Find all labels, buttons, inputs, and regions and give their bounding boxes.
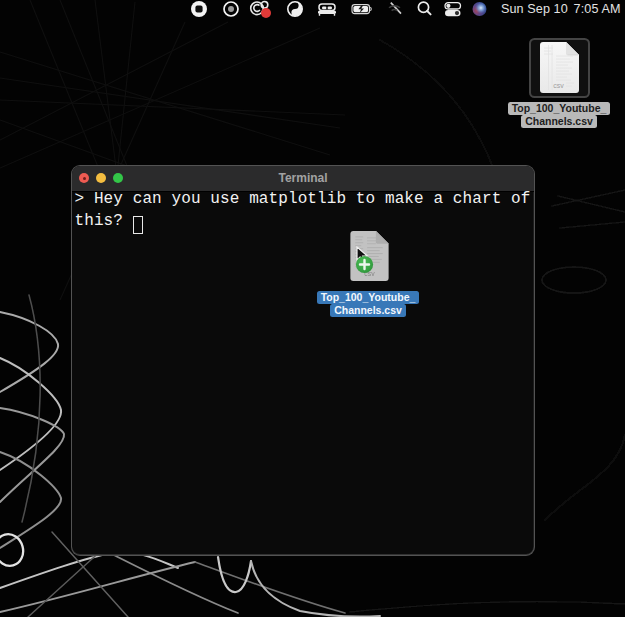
- svg-text:csv: csv: [553, 82, 564, 89]
